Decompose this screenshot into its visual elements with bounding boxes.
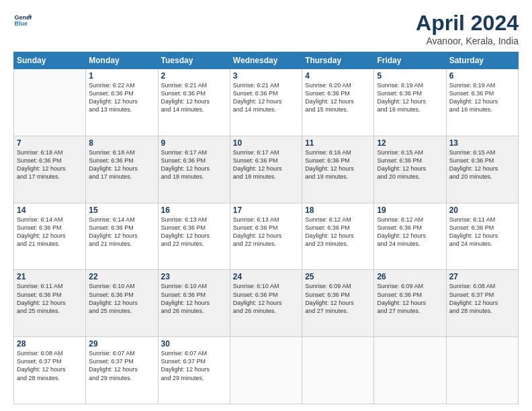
- day-info: Sunrise: 6:19 AM Sunset: 6:36 PM Dayligh…: [449, 81, 515, 114]
- day-info: Sunrise: 6:15 AM Sunset: 6:36 PM Dayligh…: [449, 148, 515, 181]
- day-info: Sunrise: 6:22 AM Sunset: 6:36 PM Dayligh…: [89, 81, 154, 114]
- day-info: Sunrise: 6:07 AM Sunset: 6:37 PM Dayligh…: [89, 349, 154, 382]
- day-cell: 23Sunrise: 6:10 AM Sunset: 6:36 PM Dayli…: [158, 270, 230, 337]
- col-header-monday: Monday: [86, 52, 158, 69]
- day-cell: 9Sunrise: 6:17 AM Sunset: 6:36 PM Daylig…: [158, 136, 230, 203]
- day-cell: 1Sunrise: 6:22 AM Sunset: 6:36 PM Daylig…: [86, 69, 158, 136]
- day-info: Sunrise: 6:12 AM Sunset: 6:36 PM Dayligh…: [305, 216, 371, 248]
- day-cell: [446, 337, 518, 404]
- day-info: Sunrise: 6:10 AM Sunset: 6:36 PM Dayligh…: [161, 282, 227, 315]
- day-number: 26: [377, 272, 443, 281]
- day-cell: 24Sunrise: 6:10 AM Sunset: 6:36 PM Dayli…: [230, 270, 302, 337]
- day-number: 9: [161, 138, 227, 148]
- day-number: 15: [89, 205, 154, 215]
- day-info: Sunrise: 6:07 AM Sunset: 6:37 PM Dayligh…: [161, 349, 227, 382]
- month-title: April 2024: [416, 11, 519, 36]
- day-number: 1: [89, 71, 154, 81]
- day-info: Sunrise: 6:10 AM Sunset: 6:36 PM Dayligh…: [233, 282, 299, 315]
- day-info: Sunrise: 6:08 AM Sunset: 6:37 PM Dayligh…: [449, 282, 515, 315]
- day-cell: 7Sunrise: 6:18 AM Sunset: 6:36 PM Daylig…: [14, 136, 86, 203]
- day-info: Sunrise: 6:09 AM Sunset: 6:36 PM Dayligh…: [305, 282, 371, 315]
- day-info: Sunrise: 6:08 AM Sunset: 6:37 PM Dayligh…: [17, 349, 83, 382]
- day-cell: 30Sunrise: 6:07 AM Sunset: 6:37 PM Dayli…: [158, 337, 230, 404]
- day-info: Sunrise: 6:14 AM Sunset: 6:36 PM Dayligh…: [17, 216, 83, 248]
- location: Avanoor, Kerala, India: [416, 36, 519, 46]
- day-info: Sunrise: 6:11 AM Sunset: 6:36 PM Dayligh…: [449, 216, 515, 248]
- day-cell: [374, 337, 446, 404]
- col-header-tuesday: Tuesday: [158, 52, 230, 69]
- day-number: 23: [161, 272, 227, 281]
- day-info: Sunrise: 6:10 AM Sunset: 6:36 PM Dayligh…: [89, 282, 154, 315]
- header: General Blue April 2024 Avanoor, Kerala,…: [13, 11, 519, 46]
- day-number: 5: [377, 71, 443, 81]
- day-number: 6: [449, 71, 515, 81]
- day-number: 8: [89, 138, 154, 148]
- day-number: 16: [161, 205, 227, 215]
- page: General Blue April 2024 Avanoor, Kerala,…: [0, 0, 532, 411]
- day-info: Sunrise: 6:20 AM Sunset: 6:36 PM Dayligh…: [305, 81, 371, 114]
- logo: General Blue: [13, 11, 32, 30]
- day-number: 22: [89, 272, 154, 281]
- day-cell: [302, 337, 374, 404]
- col-header-saturday: Saturday: [446, 52, 518, 69]
- day-number: 10: [233, 138, 299, 148]
- day-cell: 2Sunrise: 6:21 AM Sunset: 6:36 PM Daylig…: [158, 69, 230, 136]
- day-info: Sunrise: 6:21 AM Sunset: 6:36 PM Dayligh…: [161, 81, 227, 114]
- day-number: 13: [449, 138, 515, 148]
- day-cell: 10Sunrise: 6:17 AM Sunset: 6:36 PM Dayli…: [230, 136, 302, 203]
- day-cell: 27Sunrise: 6:08 AM Sunset: 6:37 PM Dayli…: [446, 270, 518, 337]
- day-info: Sunrise: 6:18 AM Sunset: 6:36 PM Dayligh…: [17, 148, 83, 181]
- day-info: Sunrise: 6:17 AM Sunset: 6:36 PM Dayligh…: [233, 148, 299, 181]
- day-cell: 16Sunrise: 6:13 AM Sunset: 6:36 PM Dayli…: [158, 203, 230, 270]
- day-cell: 19Sunrise: 6:12 AM Sunset: 6:36 PM Dayli…: [374, 203, 446, 270]
- day-cell: 11Sunrise: 6:16 AM Sunset: 6:36 PM Dayli…: [302, 136, 374, 203]
- day-info: Sunrise: 6:15 AM Sunset: 6:36 PM Dayligh…: [377, 148, 443, 181]
- week-row-2: 14Sunrise: 6:14 AM Sunset: 6:36 PM Dayli…: [14, 203, 519, 270]
- day-number: 25: [305, 272, 371, 281]
- day-cell: 18Sunrise: 6:12 AM Sunset: 6:36 PM Dayli…: [302, 203, 374, 270]
- day-number: 27: [449, 272, 515, 281]
- day-number: 7: [17, 138, 83, 148]
- day-cell: [230, 337, 302, 404]
- week-row-4: 28Sunrise: 6:08 AM Sunset: 6:37 PM Dayli…: [14, 337, 519, 404]
- day-info: Sunrise: 6:13 AM Sunset: 6:36 PM Dayligh…: [161, 216, 227, 248]
- day-number: 28: [17, 339, 83, 349]
- day-number: 29: [89, 339, 154, 349]
- day-info: Sunrise: 6:09 AM Sunset: 6:36 PM Dayligh…: [377, 282, 443, 315]
- day-number: 18: [305, 205, 371, 215]
- title-area: April 2024 Avanoor, Kerala, India: [416, 11, 519, 46]
- week-row-1: 7Sunrise: 6:18 AM Sunset: 6:36 PM Daylig…: [14, 136, 519, 203]
- day-number: 4: [305, 71, 371, 81]
- day-number: 14: [17, 205, 83, 215]
- day-cell: 6Sunrise: 6:19 AM Sunset: 6:36 PM Daylig…: [446, 69, 518, 136]
- day-number: 3: [233, 71, 299, 81]
- week-row-3: 21Sunrise: 6:11 AM Sunset: 6:36 PM Dayli…: [14, 270, 519, 337]
- day-info: Sunrise: 6:19 AM Sunset: 6:36 PM Dayligh…: [377, 81, 443, 114]
- day-number: 20: [449, 205, 515, 215]
- day-cell: 25Sunrise: 6:09 AM Sunset: 6:36 PM Dayli…: [302, 270, 374, 337]
- day-info: Sunrise: 6:17 AM Sunset: 6:36 PM Dayligh…: [161, 148, 227, 181]
- day-cell: [14, 69, 86, 136]
- day-cell: 21Sunrise: 6:11 AM Sunset: 6:36 PM Dayli…: [14, 270, 86, 337]
- day-info: Sunrise: 6:12 AM Sunset: 6:36 PM Dayligh…: [377, 216, 443, 248]
- day-info: Sunrise: 6:14 AM Sunset: 6:36 PM Dayligh…: [89, 216, 154, 248]
- day-cell: 15Sunrise: 6:14 AM Sunset: 6:36 PM Dayli…: [86, 203, 158, 270]
- day-number: 2: [161, 71, 227, 81]
- day-cell: 13Sunrise: 6:15 AM Sunset: 6:36 PM Dayli…: [446, 136, 518, 203]
- day-number: 12: [377, 138, 443, 148]
- day-cell: 5Sunrise: 6:19 AM Sunset: 6:36 PM Daylig…: [374, 69, 446, 136]
- week-row-0: 1Sunrise: 6:22 AM Sunset: 6:36 PM Daylig…: [14, 69, 519, 136]
- day-cell: 12Sunrise: 6:15 AM Sunset: 6:36 PM Dayli…: [374, 136, 446, 203]
- col-header-friday: Friday: [374, 52, 446, 69]
- day-cell: 17Sunrise: 6:13 AM Sunset: 6:36 PM Dayli…: [230, 203, 302, 270]
- day-info: Sunrise: 6:18 AM Sunset: 6:36 PM Dayligh…: [89, 148, 154, 181]
- day-info: Sunrise: 6:16 AM Sunset: 6:36 PM Dayligh…: [305, 148, 371, 181]
- day-info: Sunrise: 6:13 AM Sunset: 6:36 PM Dayligh…: [233, 216, 299, 248]
- day-number: 30: [161, 339, 227, 349]
- day-info: Sunrise: 6:21 AM Sunset: 6:36 PM Dayligh…: [233, 81, 299, 114]
- day-cell: 22Sunrise: 6:10 AM Sunset: 6:36 PM Dayli…: [86, 270, 158, 337]
- header-row: SundayMondayTuesdayWednesdayThursdayFrid…: [14, 52, 519, 69]
- day-number: 11: [305, 138, 371, 148]
- col-header-wednesday: Wednesday: [230, 52, 302, 69]
- day-cell: 26Sunrise: 6:09 AM Sunset: 6:36 PM Dayli…: [374, 270, 446, 337]
